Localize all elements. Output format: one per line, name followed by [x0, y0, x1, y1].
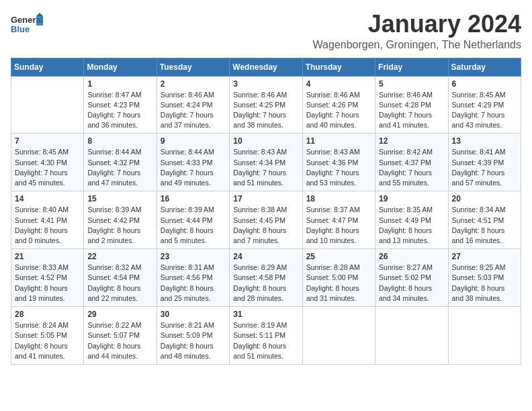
- calendar-cell: 4Sunrise: 8:46 AMSunset: 4:26 PMDaylight…: [302, 76, 375, 134]
- calendar-cell: 31Sunrise: 8:19 AMSunset: 5:11 PMDayligh…: [230, 307, 302, 365]
- day-number: 18: [306, 194, 371, 203]
- day-info: Sunrise: 8:43 AMSunset: 4:36 PMDaylight:…: [306, 147, 371, 188]
- location-subtitle: Wagenborgen, Groningen, The Netherlands: [313, 39, 521, 51]
- calendar-cell: 19Sunrise: 8:35 AMSunset: 4:49 PMDayligh…: [375, 191, 448, 249]
- day-number: 20: [452, 194, 517, 203]
- calendar-cell: [302, 307, 375, 365]
- day-number: 12: [379, 136, 444, 146]
- day-info: Sunrise: 8:21 AMSunset: 5:09 PMDaylight:…: [161, 320, 226, 361]
- col-header-friday: Friday: [375, 58, 448, 76]
- day-number: 10: [233, 136, 298, 146]
- svg-text:Blue: Blue: [11, 24, 30, 34]
- header: General Blue January 2024 Wagenborgen, G…: [11, 11, 521, 51]
- col-header-thursday: Thursday: [302, 58, 375, 76]
- calendar-cell: 27Sunrise: 8:25 AMSunset: 5:03 PMDayligh…: [448, 249, 521, 307]
- day-info: Sunrise: 8:39 AMSunset: 4:44 PMDaylight:…: [161, 205, 226, 246]
- calendar-cell: 2Sunrise: 8:46 AMSunset: 4:24 PMDaylight…: [157, 76, 229, 134]
- day-number: 14: [15, 194, 80, 203]
- day-number: 6: [452, 79, 517, 89]
- day-info: Sunrise: 8:27 AMSunset: 5:02 PMDaylight:…: [379, 263, 444, 304]
- calendar-cell: 18Sunrise: 8:37 AMSunset: 4:47 PMDayligh…: [302, 191, 375, 249]
- day-number: 27: [452, 252, 517, 261]
- logo: General Blue: [11, 11, 43, 40]
- calendar-week-row: 7Sunrise: 8:45 AMSunset: 4:30 PMDaylight…: [11, 134, 521, 191]
- day-info: Sunrise: 8:29 AMSunset: 4:58 PMDaylight:…: [233, 263, 298, 304]
- day-number: 15: [87, 194, 152, 203]
- logo-icon: General Blue: [11, 11, 43, 40]
- day-number: 25: [306, 252, 371, 261]
- day-number: 1: [87, 79, 152, 89]
- day-number: 17: [233, 194, 298, 203]
- day-info: Sunrise: 8:24 AMSunset: 5:05 PMDaylight:…: [15, 320, 80, 361]
- col-header-saturday: Saturday: [448, 58, 521, 76]
- calendar-week-row: 14Sunrise: 8:40 AMSunset: 4:41 PMDayligh…: [11, 191, 521, 249]
- day-info: Sunrise: 8:34 AMSunset: 4:51 PMDaylight:…: [452, 205, 517, 246]
- calendar-cell: 10Sunrise: 8:43 AMSunset: 4:34 PMDayligh…: [230, 134, 302, 191]
- calendar-cell: 13Sunrise: 8:41 AMSunset: 4:39 PMDayligh…: [448, 134, 521, 191]
- calendar-cell: 12Sunrise: 8:42 AMSunset: 4:37 PMDayligh…: [375, 134, 448, 191]
- day-info: Sunrise: 8:46 AMSunset: 4:25 PMDaylight:…: [233, 90, 298, 131]
- day-info: Sunrise: 8:45 AMSunset: 4:30 PMDaylight:…: [15, 147, 80, 188]
- calendar-header-row: SundayMondayTuesdayWednesdayThursdayFrid…: [11, 58, 521, 76]
- calendar-cell: 23Sunrise: 8:31 AMSunset: 4:56 PMDayligh…: [157, 249, 229, 307]
- calendar-cell: 6Sunrise: 8:45 AMSunset: 4:29 PMDaylight…: [448, 76, 521, 134]
- day-number: 26: [379, 252, 444, 261]
- day-number: 16: [161, 194, 226, 203]
- calendar-cell: 3Sunrise: 8:46 AMSunset: 4:25 PMDaylight…: [230, 76, 302, 134]
- day-number: 30: [161, 310, 226, 319]
- day-info: Sunrise: 8:47 AMSunset: 4:23 PMDaylight:…: [87, 90, 152, 131]
- day-info: Sunrise: 8:35 AMSunset: 4:49 PMDaylight:…: [379, 205, 444, 246]
- col-header-monday: Monday: [84, 58, 157, 76]
- calendar-cell: [11, 76, 84, 134]
- day-number: 22: [87, 252, 152, 261]
- day-info: Sunrise: 8:22 AMSunset: 5:07 PMDaylight:…: [87, 320, 152, 361]
- calendar-cell: 25Sunrise: 8:28 AMSunset: 5:00 PMDayligh…: [302, 249, 375, 307]
- day-number: 19: [379, 194, 444, 203]
- calendar-cell: 21Sunrise: 8:33 AMSunset: 4:52 PMDayligh…: [11, 249, 84, 307]
- day-number: 28: [15, 310, 80, 319]
- day-info: Sunrise: 8:44 AMSunset: 4:32 PMDaylight:…: [87, 147, 152, 188]
- day-info: Sunrise: 8:25 AMSunset: 5:03 PMDaylight:…: [452, 263, 517, 304]
- col-header-wednesday: Wednesday: [230, 58, 302, 76]
- day-info: Sunrise: 8:38 AMSunset: 4:45 PMDaylight:…: [233, 205, 298, 246]
- day-number: 13: [452, 136, 517, 146]
- day-number: 23: [161, 252, 226, 261]
- day-number: 4: [306, 79, 371, 89]
- day-info: Sunrise: 8:33 AMSunset: 4:52 PMDaylight:…: [15, 263, 80, 304]
- day-info: Sunrise: 8:41 AMSunset: 4:39 PMDaylight:…: [452, 147, 517, 188]
- title-block: January 2024 Wagenborgen, Groningen, The…: [313, 11, 521, 51]
- calendar-cell: 16Sunrise: 8:39 AMSunset: 4:44 PMDayligh…: [157, 191, 229, 249]
- day-info: Sunrise: 8:28 AMSunset: 5:00 PMDaylight:…: [306, 263, 371, 304]
- day-number: 31: [233, 310, 298, 319]
- day-number: 3: [233, 79, 298, 89]
- day-info: Sunrise: 8:40 AMSunset: 4:41 PMDaylight:…: [15, 205, 80, 246]
- day-number: 2: [161, 79, 226, 89]
- day-info: Sunrise: 8:42 AMSunset: 4:37 PMDaylight:…: [379, 147, 444, 188]
- day-info: Sunrise: 8:32 AMSunset: 4:54 PMDaylight:…: [87, 263, 152, 304]
- day-info: Sunrise: 8:31 AMSunset: 4:56 PMDaylight:…: [161, 263, 226, 304]
- day-info: Sunrise: 8:19 AMSunset: 5:11 PMDaylight:…: [233, 320, 298, 361]
- day-number: 24: [233, 252, 298, 261]
- calendar-cell: 7Sunrise: 8:45 AMSunset: 4:30 PMDaylight…: [11, 134, 84, 191]
- calendar-cell: [448, 307, 521, 365]
- day-number: 8: [87, 136, 152, 146]
- calendar-cell: 11Sunrise: 8:43 AMSunset: 4:36 PMDayligh…: [302, 134, 375, 191]
- col-header-sunday: Sunday: [11, 58, 84, 76]
- col-header-tuesday: Tuesday: [157, 58, 229, 76]
- day-info: Sunrise: 8:39 AMSunset: 4:42 PMDaylight:…: [87, 205, 152, 246]
- calendar-cell: 14Sunrise: 8:40 AMSunset: 4:41 PMDayligh…: [11, 191, 84, 249]
- calendar-cell: 8Sunrise: 8:44 AMSunset: 4:32 PMDaylight…: [84, 134, 157, 191]
- day-number: 29: [87, 310, 152, 319]
- calendar-cell: 9Sunrise: 8:44 AMSunset: 4:33 PMDaylight…: [157, 134, 229, 191]
- day-info: Sunrise: 8:43 AMSunset: 4:34 PMDaylight:…: [233, 147, 298, 188]
- calendar-cell: 26Sunrise: 8:27 AMSunset: 5:02 PMDayligh…: [375, 249, 448, 307]
- day-info: Sunrise: 8:46 AMSunset: 4:26 PMDaylight:…: [306, 90, 371, 131]
- calendar-cell: 22Sunrise: 8:32 AMSunset: 4:54 PMDayligh…: [84, 249, 157, 307]
- day-number: 21: [15, 252, 80, 261]
- calendar-cell: 24Sunrise: 8:29 AMSunset: 4:58 PMDayligh…: [230, 249, 302, 307]
- day-info: Sunrise: 8:44 AMSunset: 4:33 PMDaylight:…: [161, 147, 226, 188]
- calendar-cell: 15Sunrise: 8:39 AMSunset: 4:42 PMDayligh…: [84, 191, 157, 249]
- day-number: 7: [15, 136, 80, 146]
- calendar-cell: 20Sunrise: 8:34 AMSunset: 4:51 PMDayligh…: [448, 191, 521, 249]
- calendar-week-row: 21Sunrise: 8:33 AMSunset: 4:52 PMDayligh…: [11, 249, 521, 307]
